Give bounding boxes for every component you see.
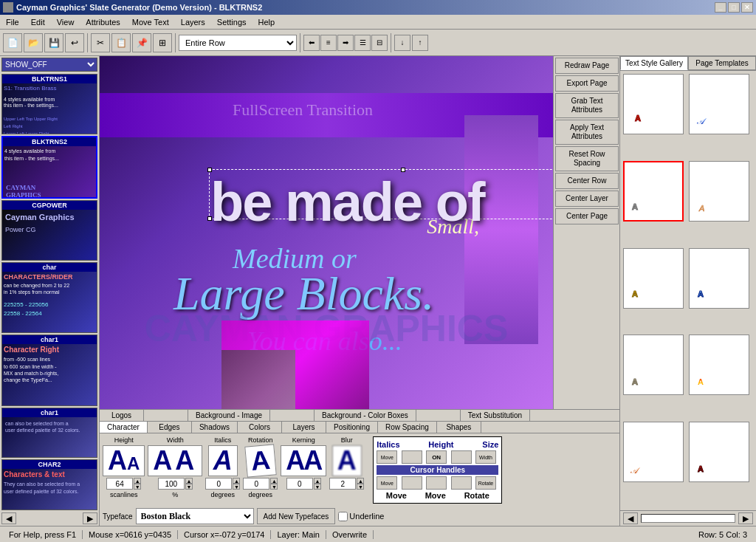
thumbnail-blktrns1[interactable]: BLKTRNS1 S1: Transition Brass 4 styles a… bbox=[1, 74, 97, 134]
reset-row-spacing-button[interactable]: Reset Row Spacing bbox=[555, 146, 619, 171]
tab-colors[interactable]: Colors bbox=[238, 422, 282, 433]
new-button[interactable]: 📄 bbox=[3, 33, 22, 52]
typeface-select[interactable]: Boston Black bbox=[136, 508, 254, 524]
kerning-input[interactable] bbox=[286, 478, 313, 490]
height-spin-up[interactable]: ▲ bbox=[134, 478, 141, 484]
thumbnail-char1b[interactable]: char1 can also be selected from auser de… bbox=[1, 408, 97, 459]
thumbnail-char2[interactable]: CHAR2 Characters & text They can also be… bbox=[1, 459, 97, 510]
cut-button[interactable]: ✂ bbox=[91, 33, 110, 52]
rotation-spin-down[interactable]: ▼ bbox=[270, 484, 278, 490]
undo-button[interactable]: ↩ bbox=[65, 33, 84, 52]
align-justify-button[interactable]: ☰ bbox=[354, 35, 371, 51]
menu-attributes[interactable]: Attributes bbox=[83, 16, 123, 28]
width-input[interactable] bbox=[158, 478, 185, 490]
menu-edit[interactable]: Edit bbox=[28, 16, 48, 28]
gallery-item-6[interactable]: A bbox=[689, 248, 749, 309]
align-center-button[interactable]: ≡ bbox=[320, 35, 337, 51]
gallery-item-4[interactable]: A bbox=[689, 161, 749, 222]
center-layer-button[interactable]: Center Layer bbox=[555, 191, 619, 207]
height-letter-sample[interactable]: AA bbox=[103, 445, 145, 476]
tab-shadows[interactable]: Shadows bbox=[192, 422, 238, 433]
blur-spin-down[interactable]: ▼ bbox=[357, 484, 364, 490]
gallery-scrollbar[interactable] bbox=[641, 514, 735, 523]
tab-text-substitution[interactable]: Text Substitution bbox=[461, 410, 530, 421]
menu-view[interactable]: View bbox=[54, 16, 78, 28]
redraw-page-button[interactable]: Redraw Page bbox=[555, 58, 619, 74]
handle-move-1[interactable]: Move bbox=[377, 450, 397, 464]
paste-button[interactable]: 📌 bbox=[132, 33, 151, 52]
align-full-button[interactable]: ⊟ bbox=[371, 35, 388, 51]
show-off-dropdown[interactable]: SHOW_OFF bbox=[1, 58, 97, 72]
thumbnail-char[interactable]: char CHARACTERS/RIDER can be changed fro… bbox=[1, 262, 97, 333]
copy-button[interactable]: 📋 bbox=[111, 33, 131, 52]
kerning-spin-down[interactable]: ▼ bbox=[314, 484, 321, 490]
rotation-spin-up[interactable]: ▲ bbox=[270, 478, 278, 484]
underline-checkbox[interactable] bbox=[338, 512, 348, 521]
tab-logos[interactable]: Logos bbox=[100, 410, 144, 421]
rotation-letter-sample[interactable]: A bbox=[244, 444, 277, 477]
blur-input[interactable] bbox=[329, 478, 356, 490]
italics-input[interactable] bbox=[205, 478, 232, 490]
gallery-item-5[interactable]: A bbox=[623, 248, 684, 309]
thumbnail-cgpower[interactable]: CGPOWER Cayman Graphics Power CG bbox=[1, 200, 97, 261]
tab-shapes[interactable]: Shapes bbox=[437, 422, 481, 433]
menu-file[interactable]: File bbox=[3, 16, 22, 28]
menu-help[interactable]: Help bbox=[255, 16, 278, 28]
width-spin-down[interactable]: ▼ bbox=[185, 484, 193, 490]
height-input[interactable]: 64 bbox=[106, 478, 133, 490]
add-typefaces-button[interactable]: Add New Typefaces bbox=[257, 508, 336, 524]
gallery-item-10[interactable]: A bbox=[689, 422, 749, 482]
italics-letter-sample[interactable]: A bbox=[208, 445, 238, 476]
tab-page-templates[interactable]: Page Templates bbox=[688, 56, 756, 70]
scroll-left-arrow[interactable]: ◀ bbox=[1, 512, 16, 524]
blur-letter-sample[interactable]: A bbox=[332, 445, 362, 476]
gallery-item-9[interactable]: 𝒜 bbox=[623, 422, 684, 482]
scroll-right-arrow[interactable]: ▶ bbox=[83, 512, 97, 524]
blur-spin-up[interactable]: ▲ bbox=[357, 478, 364, 484]
cursor-handles-on-btn[interactable]: ON bbox=[426, 450, 447, 464]
center-row-button[interactable]: Center Row bbox=[555, 173, 619, 189]
menu-move-text[interactable]: Move Text bbox=[129, 16, 172, 28]
move-up-button[interactable]: ↑ bbox=[412, 35, 428, 51]
tab-row-spacing[interactable]: Row Spacing bbox=[378, 422, 437, 433]
gallery-scroll-right[interactable]: ▶ bbox=[738, 512, 753, 524]
rotation-input[interactable] bbox=[243, 478, 269, 490]
row-select-dropdown[interactable]: Entire Row Single Character Word All Row… bbox=[179, 35, 297, 51]
save-button[interactable]: 💾 bbox=[44, 33, 63, 52]
tab-character[interactable]: Character bbox=[100, 422, 148, 433]
italics-spin-up[interactable]: ▲ bbox=[233, 478, 240, 484]
align-left-button[interactable]: ⬅ bbox=[303, 35, 320, 51]
gallery-item-1[interactable]: A bbox=[623, 74, 684, 134]
italics-spin-down[interactable]: ▼ bbox=[233, 484, 240, 490]
kerning-letter-sample[interactable]: AA bbox=[281, 445, 326, 476]
thumbnail-char1[interactable]: char1 Character Right from -600 scan lin… bbox=[1, 335, 97, 405]
gallery-item-8[interactable]: A bbox=[689, 335, 749, 395]
menu-settings[interactable]: Settings bbox=[214, 16, 250, 28]
handle-rotate[interactable]: Rotate bbox=[475, 476, 496, 490]
thumbnail-blktrns2[interactable]: BLKTRNS2 4 styles available fromthis ite… bbox=[1, 136, 97, 198]
tab-text-style-gallery[interactable]: Text Style Gallery bbox=[620, 56, 688, 70]
canvas[interactable]: be made of Small, Medium or Large Blocks… bbox=[100, 56, 553, 409]
close-button[interactable]: ✕ bbox=[741, 2, 753, 13]
gallery-scroll-left[interactable]: ◀ bbox=[623, 512, 638, 524]
tab-edges[interactable]: Edges bbox=[148, 422, 192, 433]
width-spin-up[interactable]: ▲ bbox=[185, 478, 193, 484]
gallery-item-3[interactable]: A bbox=[623, 161, 684, 222]
gallery-item-7[interactable]: A bbox=[623, 335, 684, 395]
handle-move-2[interactable]: Move bbox=[377, 476, 397, 490]
kerning-spin-up[interactable]: ▲ bbox=[314, 478, 321, 484]
menu-layers[interactable]: Layers bbox=[178, 16, 208, 28]
export-page-button[interactable]: Export Page bbox=[555, 75, 619, 92]
align-right-button[interactable]: ➡ bbox=[337, 35, 354, 51]
center-page-button[interactable]: Center Page bbox=[555, 208, 619, 224]
width-letter-sample[interactable]: AA bbox=[148, 445, 202, 476]
tab-background-image[interactable]: Background - Image bbox=[188, 410, 270, 421]
grab-text-attrs-button[interactable]: Grab Text Attributes bbox=[555, 93, 619, 118]
move-down-button[interactable]: ↓ bbox=[394, 35, 410, 51]
paste-special-button[interactable]: ⊞ bbox=[153, 33, 172, 52]
height-spin-down[interactable]: ▼ bbox=[134, 484, 141, 490]
tab-layers[interactable]: Layers bbox=[282, 422, 326, 433]
tab-background-color[interactable]: Background - Color Boxes bbox=[315, 410, 416, 421]
apply-text-attrs-button[interactable]: Apply Text Attributes bbox=[555, 120, 619, 145]
open-button[interactable]: 📂 bbox=[24, 33, 43, 52]
